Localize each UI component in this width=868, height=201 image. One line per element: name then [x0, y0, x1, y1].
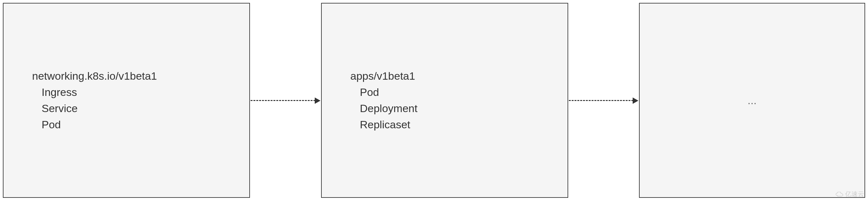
api-group-title: networking.k8s.io/v1beta1: [32, 68, 249, 84]
arrow-icon: [251, 98, 320, 104]
api-group-title: apps/v1beta1: [350, 68, 567, 84]
resource-item: Pod: [360, 84, 567, 100]
resource-list: Pod Deployment Replicaset: [350, 84, 567, 133]
resource-item: Pod: [41, 116, 249, 133]
arrow-line: [251, 100, 315, 101]
arrow-head-icon: [315, 98, 320, 104]
resource-item: Ingress: [41, 84, 249, 100]
arrow-head-icon: [633, 98, 639, 104]
arrow-icon: [569, 98, 639, 104]
cloud-icon: [836, 192, 843, 197]
watermark-text: 亿速云: [845, 190, 864, 198]
api-group-box-networking: networking.k8s.io/v1beta1 Ingress Servic…: [3, 3, 250, 198]
resource-item: Service: [41, 100, 249, 116]
ellipsis-text: ...: [748, 94, 756, 107]
arrow-line: [569, 100, 633, 101]
resource-item: Deployment: [360, 100, 567, 116]
api-group-box-apps: apps/v1beta1 Pod Deployment Replicaset: [321, 3, 568, 198]
watermark: 亿速云: [836, 190, 864, 198]
diagram-container: networking.k8s.io/v1beta1 Ingress Servic…: [0, 0, 868, 201]
resource-item: Replicaset: [360, 116, 567, 133]
resource-list: Ingress Service Pod: [32, 84, 249, 133]
api-group-box-ellipsis: ...: [639, 3, 865, 198]
